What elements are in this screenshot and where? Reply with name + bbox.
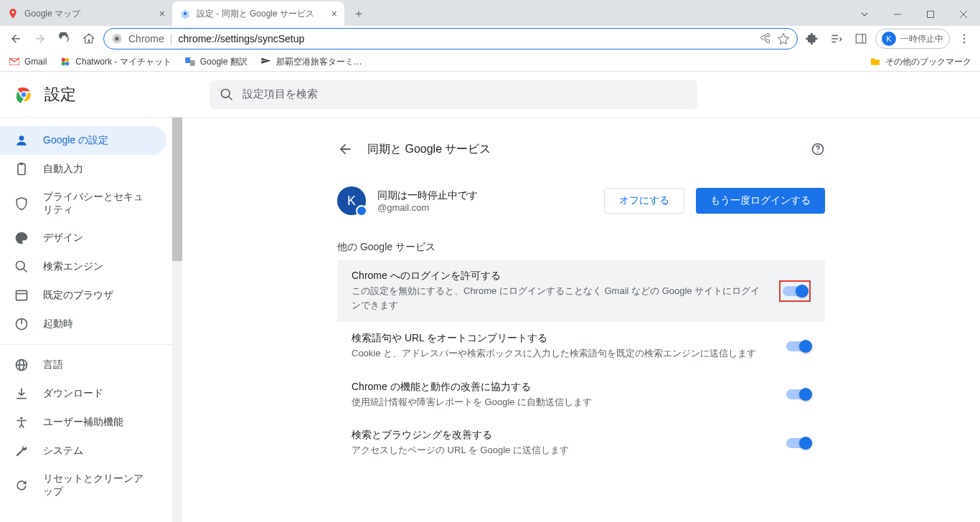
- chrome-icon: [111, 33, 123, 44]
- svg-point-0: [11, 11, 14, 13]
- gmail-icon: [9, 56, 20, 67]
- setting-desc: Cookie と、アドレスバーや検索ボックスに入力した検索語句を既定の検索エンジ…: [352, 346, 772, 361]
- menu-button[interactable]: [954, 29, 974, 49]
- toggle-allow-chrome-signin[interactable]: [783, 286, 807, 296]
- sidebar-item-downloads[interactable]: ダウンロード: [0, 379, 166, 408]
- globe-icon: [14, 358, 29, 372]
- accessibility-icon: [14, 415, 29, 430]
- folder-icon: [870, 56, 881, 67]
- clipboard-icon: [14, 162, 29, 176]
- other-bookmarks[interactable]: その他のブックマーク: [870, 56, 971, 68]
- sidebar-item-language[interactable]: 言語: [0, 351, 166, 379]
- scheme-label: Chrome: [128, 33, 164, 44]
- profile-button[interactable]: K 一時停止中: [875, 29, 950, 49]
- forward-button[interactable]: [30, 29, 50, 49]
- bookmark-chatwork[interactable]: Chatwork - マイチャット: [60, 56, 171, 68]
- reading-list-button[interactable]: [826, 29, 847, 49]
- maps-icon: [7, 8, 19, 19]
- translate-icon: [184, 56, 196, 67]
- close-window-button[interactable]: [947, 3, 980, 26]
- sidebar-item-search-engine[interactable]: 検索エンジン: [0, 252, 166, 281]
- toggle-autocomplete[interactable]: [786, 341, 811, 351]
- sync-status: 同期は一時停止中です: [377, 189, 593, 202]
- chatwork-icon: [60, 56, 71, 67]
- sidebar-item-startup[interactable]: 起動時: [0, 310, 166, 338]
- settings-sidebar: Google の設定 自動入力 プライバシーとセキュリティ デザイン 検索エンジ…: [0, 118, 182, 522]
- maximize-button[interactable]: [914, 3, 947, 26]
- settings-page: 設定 設定項目を検索 Google の設定 自動入力 プライバシーとセキュリティ…: [0, 72, 980, 522]
- svg-rect-33: [17, 290, 27, 300]
- svg-point-14: [963, 38, 965, 39]
- setting-desc: 使用統計情報や障害レポートを Google に自動送信します: [352, 395, 772, 409]
- setting-allow-chrome-signin: Chrome へのログインを許可する この設定を無効にすると、Chrome にロ…: [337, 260, 825, 322]
- settings-search[interactable]: 設定項目を検索: [209, 80, 697, 109]
- sync-badge-icon: [356, 205, 367, 217]
- plane-icon: [260, 56, 272, 67]
- settings-header: 設定 設定項目を検索: [0, 72, 980, 118]
- window-controls: [848, 3, 980, 26]
- url-text: chrome://settings/syncSetup: [178, 33, 304, 44]
- star-icon[interactable]: [777, 32, 790, 45]
- svg-point-19: [62, 62, 65, 65]
- sidebar-item-google[interactable]: Google の設定: [0, 126, 166, 155]
- back-arrow-icon[interactable]: [337, 141, 353, 157]
- setting-improve-search: 検索とブラウジングを改善する アクセスしたページの URL を Google に…: [337, 419, 825, 468]
- svg-rect-30: [20, 163, 24, 165]
- turn-off-button[interactable]: オフにする: [604, 188, 684, 214]
- chevron-down-icon[interactable]: [848, 3, 881, 26]
- share-icon[interactable]: [758, 32, 771, 45]
- minimize-button[interactable]: [881, 3, 914, 26]
- setting-help-improve: Chrome の機能と動作の改善に協力する 使用統計情報や障害レポートを Goo…: [337, 371, 825, 419]
- svg-point-13: [963, 34, 965, 36]
- person-icon: [14, 133, 29, 148]
- bookmarks-bar: Gmail Chatwork - マイチャット Google 翻訳 那覇空港旅客…: [0, 52, 980, 72]
- svg-point-31: [17, 262, 25, 270]
- svg-rect-22: [190, 60, 195, 66]
- svg-point-26: [222, 89, 230, 98]
- sidebar-item-reset[interactable]: リセットとクリーンアップ: [0, 465, 166, 506]
- avatar: K: [337, 186, 366, 215]
- reload-button[interactable]: [55, 29, 75, 49]
- scrollbar-thumb[interactable]: [172, 118, 182, 261]
- sidebar-item-privacy[interactable]: プライバシーとセキュリティ: [0, 184, 166, 224]
- avatar: K: [882, 32, 896, 46]
- gear-icon: [179, 8, 191, 19]
- setting-desc: この設定を無効にすると、Chrome にログインすることなく Gmail などの…: [352, 284, 765, 312]
- close-icon[interactable]: ×: [331, 8, 337, 19]
- new-tab-button[interactable]: ＋: [349, 4, 369, 24]
- toggle-help-improve[interactable]: [786, 389, 811, 399]
- login-again-button[interactable]: もう一度ログインする: [696, 188, 825, 214]
- sync-email: @gmail.com: [377, 202, 593, 213]
- page-header: 同期と Google サービス: [337, 132, 825, 166]
- search-placeholder: 設定項目を検索: [242, 87, 318, 101]
- toggle-improve-search[interactable]: [786, 438, 811, 448]
- sidebar-item-appearance[interactable]: デザイン: [0, 224, 166, 252]
- tab-google-maps[interactable]: Google マップ ×: [0, 1, 172, 26]
- svg-point-40: [20, 417, 22, 419]
- setting-title: Chrome へのログインを許可する: [352, 270, 765, 283]
- wrench-icon: [14, 444, 29, 458]
- sidebar-item-autofill[interactable]: 自動入力: [0, 155, 166, 184]
- divider: [0, 344, 176, 345]
- help-icon[interactable]: [811, 142, 825, 156]
- section-label: 他の Google サービス: [337, 241, 825, 254]
- bookmark-gmail[interactable]: Gmail: [9, 56, 47, 67]
- extensions-button[interactable]: [802, 29, 822, 49]
- sidebar-item-system[interactable]: システム: [0, 437, 166, 465]
- svg-point-17: [62, 58, 65, 62]
- back-button[interactable]: [6, 29, 26, 49]
- page-title: 同期と Google サービス: [367, 142, 796, 157]
- address-bar[interactable]: Chrome | chrome://settings/syncSetup: [103, 28, 798, 49]
- sidebar-item-accessibility[interactable]: ユーザー補助機能: [0, 408, 166, 437]
- restore-icon: [14, 478, 29, 493]
- home-button[interactable]: [79, 29, 99, 49]
- search-icon: [220, 87, 234, 102]
- bookmark-naha[interactable]: 那覇空港旅客ターミ…: [260, 56, 362, 68]
- close-icon[interactable]: ×: [159, 8, 165, 19]
- settings-content: 同期と Google サービス K 同期は一時停止中です @gmail.com …: [182, 118, 980, 522]
- tab-settings[interactable]: 設定 - 同期と Google サービス ×: [172, 1, 344, 26]
- side-panel-button[interactable]: [851, 29, 871, 49]
- svg-rect-29: [18, 164, 25, 175]
- sidebar-item-default-browser[interactable]: 既定のブラウザ: [0, 281, 166, 310]
- bookmark-translate[interactable]: Google 翻訳: [184, 56, 248, 68]
